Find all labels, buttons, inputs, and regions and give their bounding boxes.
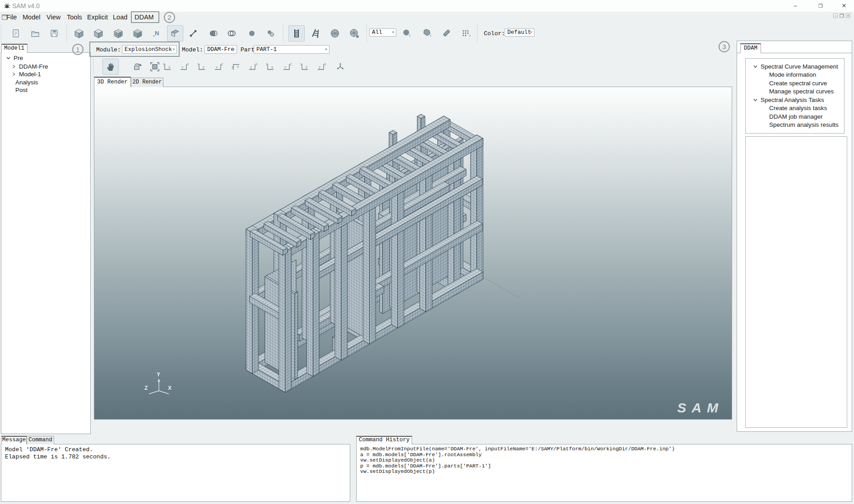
view-yz-icon[interactable]: YZ xyxy=(297,60,311,74)
ddam-tree-item-spectral-curve-management[interactable]: Spectral Curve Management xyxy=(753,62,838,70)
viewport-3d[interactable]: Y Z X SAM xyxy=(94,87,732,420)
new-file-icon[interactable] xyxy=(8,25,24,42)
close-button[interactable]: ✕ xyxy=(834,0,854,12)
svg-text:Y: Y xyxy=(163,63,165,66)
open-file-icon[interactable] xyxy=(27,25,43,42)
message-line: Elapsed time is 1.782 seconds. xyxy=(5,453,111,461)
model-tree-item-analysis[interactable]: Analysis xyxy=(15,78,38,86)
ddam-content-box xyxy=(745,136,847,428)
edit-pen-icon[interactable] xyxy=(438,25,454,42)
model-tree-panel: PreDDAM-FreModel-1AnalysisPost xyxy=(1,52,91,434)
svg-text:Z: Z xyxy=(144,385,148,391)
main-toolbar: N??? All▼ Color: Default▼ xyxy=(0,23,854,43)
view-xz-icon[interactable]: XZ xyxy=(246,60,260,74)
assembly-cube-icon[interactable] xyxy=(90,25,107,42)
menu-bar: FileModelViewToolsExplicitLoadDDAM xyxy=(0,12,854,23)
mdi-minimize-icon[interactable]: – xyxy=(833,14,838,18)
model-tree-item-pre[interactable]: Pre xyxy=(6,54,23,62)
ddam-tree-item-mode-information[interactable]: Mode information xyxy=(769,71,816,79)
ddam-tree-item-create-analysis-tasks[interactable]: Create analysis tasks xyxy=(769,104,827,112)
svg-text:Z: Z xyxy=(250,66,252,69)
svg-text:X: X xyxy=(168,385,172,391)
view-zx-icon[interactable]: ZX xyxy=(228,60,243,74)
iso-view-icon[interactable] xyxy=(332,59,348,75)
mesh-sphere-verify-icon[interactable] xyxy=(346,25,362,42)
model-tree-item-model-1[interactable]: Model-1 xyxy=(11,70,41,78)
overlap-circles-outline-icon[interactable] xyxy=(223,25,240,42)
model-tree-item-ddam-fre[interactable]: DDAM-Fre xyxy=(11,62,48,70)
mesh-seed-icon[interactable] xyxy=(288,25,305,42)
svg-text:X: X xyxy=(237,65,239,69)
mdi-restore-icon[interactable]: ❐ xyxy=(840,14,844,18)
tab-command[interactable]: Command xyxy=(27,436,54,444)
mesh-seed-biased-icon[interactable] xyxy=(308,25,324,42)
part-dropdown[interactable]: PART-1▼ xyxy=(254,45,330,54)
model-label: Model: xyxy=(182,46,203,53)
pan-hand-icon[interactable] xyxy=(102,59,119,75)
sam-watermark: SAM xyxy=(677,400,724,416)
view-zy-icon[interactable]: ZY xyxy=(280,60,294,74)
overlap-circles-filled-icon[interactable] xyxy=(205,25,222,42)
svg-text:Y: Y xyxy=(181,66,184,69)
ddam-tree-item-ddam-job-manager[interactable]: DDAM job manager xyxy=(769,112,823,120)
save-file-icon[interactable] xyxy=(46,25,62,42)
menu-item-view[interactable]: View xyxy=(46,14,60,21)
annotation-circle-2: 2 xyxy=(164,12,175,23)
svg-text:Z: Z xyxy=(221,63,223,66)
link-nodes-icon[interactable] xyxy=(185,25,201,42)
menu-item-load[interactable]: Load xyxy=(113,14,127,21)
query-grid-icon[interactable]: ? xyxy=(458,25,474,42)
view-zy-icon[interactable]: ZY xyxy=(211,60,226,74)
fea-mesh-model[interactable] xyxy=(246,114,483,393)
menu-item-tools[interactable]: Tools xyxy=(67,14,82,21)
module-highlight-box xyxy=(89,42,180,57)
ddam-tree-item-create-spectral-curve[interactable]: Create spectral curve xyxy=(769,79,827,87)
geometry-cube-icon[interactable] xyxy=(71,25,87,42)
tab-3d-render[interactable]: 3D Render xyxy=(94,77,131,87)
ddam-menu-highlight-box xyxy=(131,11,159,23)
query-polyhedron-icon[interactable]: ? xyxy=(419,25,436,42)
model-tree-item-post[interactable]: Post xyxy=(15,86,28,94)
view-yx-icon[interactable]: YX xyxy=(160,60,174,74)
color-label: Color: xyxy=(484,30,505,37)
svg-text:Z: Z xyxy=(306,66,307,69)
rotate-view-icon[interactable] xyxy=(130,59,146,75)
model-dropdown[interactable]: DDAM-Fre▼ xyxy=(204,45,237,54)
tab-command-history: Command History xyxy=(356,436,412,444)
mesh-sphere-icon[interactable] xyxy=(327,25,343,42)
menu-item-model[interactable]: Model xyxy=(23,14,41,21)
restore-button[interactable]: ❐ xyxy=(811,0,831,12)
ddam-tree-item-manage-spectral-curves[interactable]: Manage spectral curves xyxy=(769,88,834,96)
mesh-cube-coarse-icon[interactable] xyxy=(110,25,126,42)
command-history-line: mdb.ModelFromInputFile(name='DDAM-Fre', … xyxy=(360,446,675,452)
view-xz-icon[interactable]: XZ xyxy=(314,60,329,74)
mdi-close-icon[interactable]: × xyxy=(846,14,850,18)
svg-text:X: X xyxy=(324,63,326,66)
create-part-icon[interactable] xyxy=(167,25,183,42)
app-icon xyxy=(4,3,10,9)
minimize-button[interactable]: – xyxy=(785,0,805,12)
view-zx-icon[interactable]: ZX xyxy=(263,60,277,74)
view-xy-icon[interactable]: XY xyxy=(177,60,191,74)
tab-message[interactable]: Message xyxy=(1,436,27,444)
annotation-circle-1: 1 xyxy=(72,44,84,55)
two-spheres-icon[interactable] xyxy=(263,25,279,42)
ddam-tree-item-spectral-analysis-tasks[interactable]: Spectral Analysis Tasks xyxy=(753,96,824,104)
tab-ddam[interactable]: DDAM xyxy=(740,43,761,53)
ddam-panel: DDAM Spectral Curve ManagementMode infor… xyxy=(737,41,852,432)
tab-model-tree[interactable]: Model1 xyxy=(1,44,28,53)
svg-text:Z: Z xyxy=(266,63,268,66)
title-bar: SAM v4.0 – ❐ ✕ xyxy=(0,0,854,12)
display-group-dropdown[interactable]: All▼ xyxy=(369,28,396,37)
command-history-line: vw.setDisplayedObject(a) xyxy=(360,458,675,463)
node-label-icon[interactable]: N xyxy=(149,25,165,42)
menu-item-explicit[interactable]: Explicit xyxy=(87,14,108,21)
query-sphere-icon[interactable]: ? xyxy=(399,25,415,42)
tab-2d-render[interactable]: 2D Render xyxy=(131,78,163,87)
menu-item-file[interactable]: File xyxy=(6,14,17,21)
view-yz-icon[interactable]: YZ xyxy=(194,60,209,74)
filled-circle-icon[interactable] xyxy=(244,25,260,42)
color-dropdown[interactable]: Default▼ xyxy=(505,28,534,37)
mesh-cube-fine-icon[interactable] xyxy=(130,25,146,42)
ddam-tree-item-spectrum-analysis-results[interactable]: Spectrum analysis results xyxy=(769,121,839,129)
